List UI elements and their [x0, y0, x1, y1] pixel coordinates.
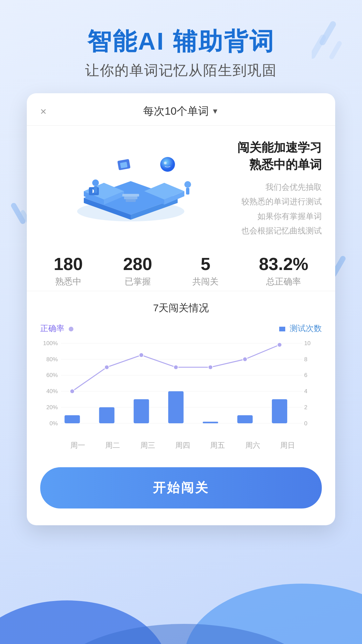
svg-rect-17 [94, 186, 97, 193]
svg-text:0: 0 [304, 420, 308, 427]
svg-point-51 [139, 353, 143, 357]
legend-accuracy: 正确率 [40, 323, 73, 334]
illustration-area [40, 144, 221, 233]
svg-point-23 [164, 162, 167, 164]
illustration-svg [40, 144, 221, 231]
chart-x-labels: 周一 周二 周三 周四 周五 周六 周日 [40, 440, 322, 450]
svg-rect-44 [134, 399, 149, 423]
x-label-wed: 周三 [130, 440, 165, 450]
chart-title: 7天闯关情况 [40, 301, 322, 315]
bg-decoration-mid-right [332, 252, 359, 292]
stats-row: 180 熟悉中 280 已掌握 5 共闯关 83.2% 总正确率 [27, 245, 335, 291]
svg-text:100%: 100% [43, 340, 58, 346]
stat-levels: 5 共闯关 [192, 255, 219, 287]
svg-rect-45 [168, 391, 184, 423]
stat-accuracy: 83.2% 总正确率 [259, 255, 308, 287]
description-area: 闯关能加速学习熟悉中的单词 我们会优先抽取 较熟悉的单词进行测试 如果你有掌握单… [228, 139, 322, 238]
svg-text:80%: 80% [46, 356, 58, 363]
main-card: × 每次10个单词 ▼ [27, 93, 335, 525]
main-title-text: 智能AI 辅助背词 [87, 28, 275, 55]
stat-mastered-value: 280 [123, 255, 152, 274]
svg-rect-21 [120, 162, 127, 168]
svg-point-18 [184, 181, 191, 188]
svg-text:2: 2 [304, 404, 308, 411]
legend-count-rect [279, 327, 285, 331]
bottom-background-shape [0, 550, 362, 644]
svg-point-55 [277, 342, 282, 347]
svg-point-50 [105, 365, 109, 369]
chart-legend: 正确率 测试次数 [40, 323, 322, 334]
sub-title: 让你的单词记忆从陌生到巩固 [0, 61, 362, 80]
chart-area: 100% 80% 60% 40% 20% 0% 10 8 6 4 2 0 [40, 337, 322, 438]
svg-text:4: 4 [304, 388, 308, 394]
stat-mastered-label: 已掌握 [123, 276, 152, 287]
svg-rect-42 [65, 415, 80, 423]
stat-familiar-value: 180 [54, 255, 83, 274]
chart-section: 7天闯关情况 正确率 测试次数 100% 80% 60% 40% 20% 0% [27, 291, 335, 457]
stat-familiar: 180 熟悉中 [54, 255, 83, 287]
card-header: × 每次10个单词 ▼ [27, 93, 335, 126]
svg-text:6: 6 [304, 372, 308, 379]
svg-rect-48 [272, 399, 287, 423]
svg-text:0%: 0% [50, 420, 58, 427]
dropdown-arrow[interactable]: ▼ [212, 107, 219, 116]
stat-accuracy-label: 总正确率 [259, 276, 308, 287]
main-title: 智能AI 辅助背词 [0, 27, 362, 56]
x-label-thu: 周四 [165, 440, 200, 450]
header-section: 智能AI 辅助背词 让你的单词记忆从陌生到巩固 [0, 0, 362, 93]
svg-rect-14 [124, 197, 137, 199]
svg-text:60%: 60% [46, 372, 58, 379]
stat-accuracy-value: 83.2% [259, 255, 308, 274]
svg-point-49 [70, 389, 74, 393]
svg-text:20%: 20% [46, 404, 58, 411]
svg-rect-47 [237, 415, 253, 423]
svg-text:10: 10 [304, 340, 311, 346]
feature-description: 我们会优先抽取 较熟悉的单词进行测试 如果你有掌握单词 也会根据记忆曲线测试 [228, 180, 322, 238]
x-label-tue: 周二 [95, 440, 130, 450]
card-body-top: 闯关能加速学习熟悉中的单词 我们会优先抽取 较熟悉的单词进行测试 如果你有掌握单… [27, 126, 335, 245]
svg-rect-43 [99, 407, 115, 423]
svg-point-53 [208, 365, 213, 369]
svg-rect-19 [186, 188, 189, 195]
svg-rect-13 [122, 194, 139, 197]
x-label-sun: 周日 [270, 440, 305, 450]
svg-rect-46 [203, 422, 218, 423]
close-button[interactable]: × [40, 105, 47, 118]
chart-svg: 100% 80% 60% 40% 20% 0% 10 8 6 4 2 0 [40, 337, 322, 438]
svg-text:40%: 40% [46, 388, 58, 394]
stat-familiar-label: 熟悉中 [54, 276, 83, 287]
start-button[interactable]: 开始闯关 [40, 467, 322, 508]
stat-mastered: 280 已掌握 [123, 255, 152, 287]
legend-count-label: 测试次数 [290, 324, 322, 333]
feature-title: 闯关能加速学习熟悉中的单词 [228, 139, 322, 173]
svg-rect-15 [126, 199, 136, 202]
stat-levels-label: 共闯关 [192, 276, 219, 287]
svg-point-52 [174, 365, 178, 369]
svg-point-54 [243, 357, 247, 361]
x-label-mon: 周一 [60, 440, 95, 450]
stat-levels-value: 5 [192, 255, 219, 274]
x-label-fri: 周五 [200, 440, 235, 450]
x-label-sat: 周六 [235, 440, 270, 450]
legend-accuracy-label: 正确率 [40, 324, 64, 333]
session-title: 每次10个单词 [143, 104, 209, 119]
svg-point-22 [160, 157, 175, 172]
svg-point-16 [92, 179, 99, 186]
legend-accuracy-dot [69, 327, 73, 331]
svg-text:8: 8 [304, 356, 308, 363]
legend-count: 测试次数 [279, 323, 322, 334]
